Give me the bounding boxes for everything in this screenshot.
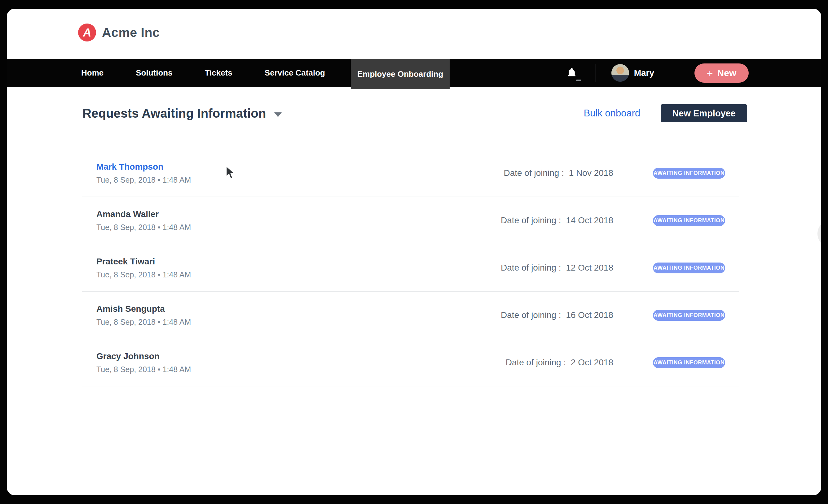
nav-item-label: Solutions: [136, 68, 172, 78]
date-of-joining: Date of joining : 14 Oct 2018: [501, 216, 613, 225]
status-badge: AWAITING INFORMATION: [653, 263, 725, 273]
nav-item-solutions[interactable]: Solutions: [129, 59, 179, 87]
employee-info: Prateek Tiwari Tue, 8 Sep, 2018 • 1:48 A…: [96, 257, 501, 279]
date-of-joining-value: 2 Oct 2018: [571, 358, 613, 367]
nav-item-service-catalog[interactable]: Service Catalog: [258, 59, 332, 87]
bell-snooze-indicator-icon: [576, 80, 581, 81]
status-badge: AWAITING INFORMATION: [653, 168, 725, 179]
acme-logo-icon: A: [78, 24, 96, 42]
date-of-joining-label: Date of joining :: [501, 310, 561, 320]
date-of-joining-label: Date of joining :: [504, 168, 564, 178]
date-of-joining: Date of joining : 16 Oct 2018: [501, 310, 613, 320]
nav-item-label: Service Catalog: [265, 68, 325, 78]
employee-submitted-time: Tue, 8 Sep, 2018 • 1:48 AM: [96, 365, 506, 374]
nav-item-employee-onboarding[interactable]: Employee Onboarding: [351, 59, 450, 89]
date-of-joining: Date of joining : 2 Oct 2018: [506, 358, 613, 367]
nav-items: Home Solutions Tickets Service Catalog E…: [75, 59, 469, 87]
screen: A Acme Inc Home Solutions Tickets Servic…: [0, 0, 828, 504]
logo-letter: A: [83, 27, 91, 38]
app-window: A Acme Inc Home Solutions Tickets Servic…: [7, 9, 821, 495]
employee-submitted-time: Tue, 8 Sep, 2018 • 1:48 AM: [96, 318, 501, 327]
employee-submitted-time: Tue, 8 Sep, 2018 • 1:48 AM: [96, 176, 504, 185]
user-avatar[interactable]: [611, 64, 629, 82]
employee-info: Mark Thompson Tue, 8 Sep, 2018 • 1:48 AM: [96, 162, 504, 185]
main-nav: Home Solutions Tickets Service Catalog E…: [7, 59, 821, 87]
plus-icon: +: [707, 68, 713, 78]
employee-row[interactable]: Mark Thompson Tue, 8 Sep, 2018 • 1:48 AM…: [82, 149, 739, 197]
date-of-joining: Date of joining : 1 Nov 2018: [504, 168, 613, 178]
employee-name-link[interactable]: Mark Thompson: [96, 162, 504, 172]
employee-submitted-time: Tue, 8 Sep, 2018 • 1:48 AM: [96, 223, 501, 232]
employee-name-link[interactable]: Prateek Tiwari: [96, 257, 501, 267]
nav-item-label: Employee Onboarding: [357, 70, 443, 79]
employee-name-link[interactable]: Amanda Waller: [96, 209, 501, 219]
date-of-joining-value: 16 Oct 2018: [566, 310, 613, 320]
status-badge: AWAITING INFORMATION: [653, 310, 725, 321]
date-of-joining-label: Date of joining :: [501, 216, 561, 225]
brand-name: Acme Inc: [102, 26, 160, 40]
new-button-label: New: [717, 68, 737, 78]
employee-info: Amanda Waller Tue, 8 Sep, 2018 • 1:48 AM: [96, 209, 501, 232]
employee-submitted-time: Tue, 8 Sep, 2018 • 1:48 AM: [96, 270, 501, 279]
user-name[interactable]: Mary: [634, 68, 654, 78]
date-of-joining-value: 12 Oct 2018: [566, 263, 613, 272]
brand[interactable]: A Acme Inc: [78, 24, 160, 42]
page-title[interactable]: Requests Awaiting Information: [82, 106, 266, 121]
nav-item-label: Home: [81, 68, 104, 78]
chevron-down-icon[interactable]: [274, 112, 282, 117]
bulk-onboard-link[interactable]: Bulk onboard: [584, 108, 640, 119]
new-employee-button[interactable]: New Employee: [661, 104, 747, 122]
employee-info: Gracy Johnson Tue, 8 Sep, 2018 • 1:48 AM: [96, 351, 506, 374]
employee-name-link[interactable]: Gracy Johnson: [96, 351, 506, 361]
help-widget-peek[interactable]: [818, 220, 821, 248]
bell-icon: [567, 67, 577, 79]
page-head: Requests Awaiting Information Bulk onboa…: [7, 87, 821, 122]
employee-name-link[interactable]: Amish Sengupta: [96, 304, 501, 314]
date-of-joining-value: 1 Nov 2018: [569, 168, 613, 178]
date-of-joining-value: 14 Oct 2018: [566, 216, 613, 225]
employee-row[interactable]: Prateek Tiwari Tue, 8 Sep, 2018 • 1:48 A…: [82, 244, 739, 292]
nav-item-tickets[interactable]: Tickets: [198, 59, 239, 87]
employee-row[interactable]: Gracy Johnson Tue, 8 Sep, 2018 • 1:48 AM…: [82, 339, 739, 386]
employee-row[interactable]: Amish Sengupta Tue, 8 Sep, 2018 • 1:48 A…: [82, 292, 739, 339]
brand-header: A Acme Inc: [7, 9, 821, 59]
date-of-joining: Date of joining : 12 Oct 2018: [501, 263, 613, 273]
employee-info: Amish Sengupta Tue, 8 Sep, 2018 • 1:48 A…: [96, 304, 501, 327]
nav-divider: [595, 64, 596, 82]
notifications-button[interactable]: [565, 64, 579, 82]
new-button[interactable]: + New: [695, 63, 749, 83]
nav-right-cluster: Mary + New: [565, 59, 749, 87]
date-of-joining-label: Date of joining :: [506, 358, 566, 367]
nav-item-home[interactable]: Home: [75, 59, 110, 87]
status-badge: AWAITING INFORMATION: [653, 215, 725, 226]
date-of-joining-label: Date of joining :: [501, 263, 561, 272]
employee-list: Mark Thompson Tue, 8 Sep, 2018 • 1:48 AM…: [82, 149, 739, 386]
status-badge: AWAITING INFORMATION: [653, 357, 725, 368]
nav-item-label: Tickets: [205, 68, 233, 78]
employee-row[interactable]: Amanda Waller Tue, 8 Sep, 2018 • 1:48 AM…: [82, 197, 739, 244]
